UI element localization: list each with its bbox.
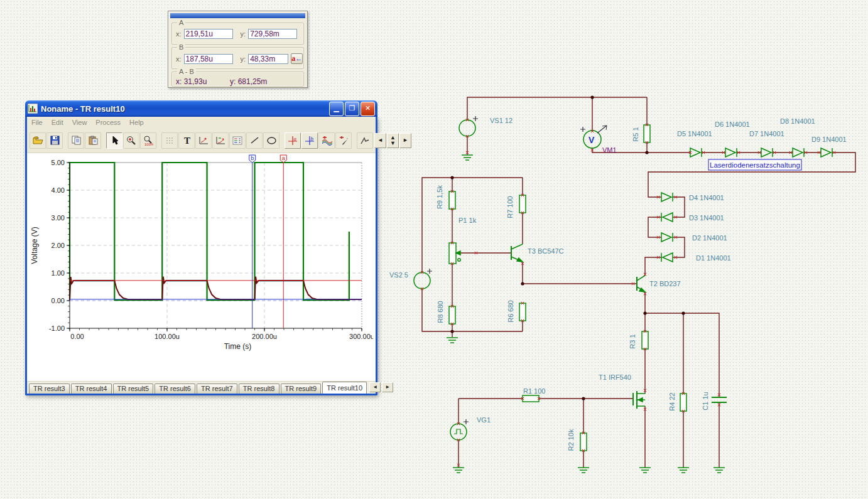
cursor-b-x-input[interactable] (184, 54, 233, 64)
cursor-a-x-input[interactable] (184, 29, 233, 39)
pen-icon (339, 136, 349, 146)
x-tick-label: 300.00u (349, 333, 373, 340)
x-tick-label: 200.00u (252, 333, 277, 340)
diode-d4 (661, 193, 673, 201)
ellipse-icon (266, 136, 277, 145)
y-tick-label: 1.00 (52, 269, 65, 277)
label-d8: D8 1N4001 (780, 117, 815, 125)
menu-process[interactable]: Process (91, 117, 125, 127)
x-tick-label: 0.00 (70, 333, 84, 340)
cursor-a-button[interactable]: a (285, 132, 301, 149)
tab-scroll-right-button[interactable]: ► (382, 382, 393, 392)
swap-cursor-button[interactable]: a← (291, 53, 303, 64)
diode-d6 (725, 148, 737, 157)
source-vs1 (459, 120, 475, 136)
menu-file[interactable]: File (27, 117, 47, 127)
label-d5: D5 1N4001 (677, 130, 712, 137)
tab-tr-result4[interactable]: TR result4 (71, 384, 112, 394)
tab-tr-result10[interactable]: TR result10 (322, 382, 367, 394)
cursor-b-icon: b (305, 136, 315, 146)
polarity-marks (427, 116, 607, 424)
pen-button[interactable] (335, 132, 352, 149)
zoom-out-button[interactable]: 100% (140, 132, 156, 149)
diode-d2 (661, 233, 673, 242)
line-button[interactable] (246, 132, 263, 149)
tab-tr-result8[interactable]: TR result8 (239, 384, 279, 394)
pointer-icon (111, 136, 119, 145)
x-label: x: (176, 55, 182, 63)
legend-button[interactable] (229, 132, 246, 149)
grid-button[interactable] (161, 132, 178, 149)
add-curve-button[interactable] (318, 132, 335, 149)
tab-scroll-left-button[interactable]: ◄ (369, 382, 381, 392)
y-label: y: (241, 30, 246, 38)
cursor-panel-titlebar[interactable] (170, 13, 305, 18)
waveform-plot[interactable]: 5.004.003.002.001.000.00-1.000.00100.00u… (28, 154, 373, 355)
minimize-button[interactable]: ▁ (329, 102, 344, 116)
label-t1: T1 IRF540 (599, 373, 631, 381)
cursor-a-y-input[interactable] (248, 29, 297, 39)
close-button[interactable]: ✕ (361, 102, 375, 116)
menu-help[interactable]: Help (125, 117, 148, 127)
corner-button[interactable] (357, 132, 373, 149)
menu-edit[interactable]: Edit (47, 117, 68, 127)
maximize-button[interactable]: ❐ (345, 102, 359, 116)
tab-tr-result3[interactable]: TR result3 (29, 384, 70, 394)
legend-icon (232, 136, 242, 145)
diagram-window[interactable]: Noname - TR result10 ▁ ❐ ✕ FileEditViewP… (25, 117, 377, 395)
axis-y-scale-button[interactable] (212, 132, 229, 149)
resistor-r5 (644, 125, 650, 142)
label-t3: T3 BC547C (528, 247, 564, 255)
corner-icon (360, 136, 370, 145)
resistor-r7 (519, 195, 526, 213)
nav-left-button[interactable]: ◄ (374, 133, 386, 148)
label-r7: R7 100 (506, 196, 514, 218)
source-vs2 (414, 272, 430, 289)
label-d9: D9 1N4001 (811, 136, 847, 143)
y-tick-label: 4.00 (52, 186, 65, 194)
cursor-a-group-label: A (177, 19, 185, 26)
x-tick-label: 100.00u (155, 333, 180, 340)
label-r8: R8 680 (437, 301, 444, 323)
diode-d7 (761, 148, 773, 157)
zoom-out-icon: 100% (143, 136, 153, 146)
pointer-button[interactable] (106, 132, 122, 149)
zoom-in-button[interactable] (123, 132, 139, 149)
transistor-t3 (511, 244, 523, 262)
nav-spin-button[interactable]: ▲▼ (387, 133, 399, 148)
cursor-ab-group-label: A - B (177, 68, 196, 75)
diode-d8 (793, 148, 804, 157)
paste-button[interactable] (85, 132, 101, 149)
pin-marks (421, 119, 835, 466)
label-r4: R4 22 (668, 392, 676, 410)
ellipse-button[interactable] (263, 132, 279, 149)
window-titlebar[interactable]: Noname - TR result10 ▁ ❐ ✕ (25, 100, 377, 117)
save-button[interactable] (46, 132, 63, 149)
tab-tr-result7[interactable]: TR result7 (197, 384, 237, 394)
x-label: x: (176, 30, 182, 38)
label-d6: D6 1N4001 (715, 121, 750, 128)
tab-tr-result5[interactable]: TR result5 (113, 384, 154, 394)
text-button[interactable]: T (178, 132, 195, 149)
nav-right-button[interactable]: ► (399, 133, 411, 148)
diode-d9 (821, 148, 832, 157)
tab-tr-result6[interactable]: TR result6 (155, 384, 195, 394)
label-laser: Laserdiodenersatzschaltung (710, 161, 800, 169)
tab-tr-result9[interactable]: TR result9 (281, 384, 322, 394)
resistor-r6 (519, 303, 526, 321)
cursor-b-button[interactable]: b (301, 132, 318, 149)
series-gate-square-wave[interactable] (70, 163, 349, 300)
cursor-value-panel[interactable]: A x: y: B x: y: a← A - B x: 31,93u y: 68… (168, 11, 308, 88)
cursor-b-y-input[interactable] (248, 54, 288, 64)
zoom-in-icon (126, 136, 136, 146)
copy-button[interactable] (68, 132, 84, 149)
potentiometer-p1 (449, 243, 456, 264)
open-button[interactable] (30, 132, 46, 149)
line-icon (250, 136, 259, 145)
label-vg1: VG1 (477, 416, 491, 424)
axis-x-scale-button[interactable] (195, 132, 212, 149)
label-vs2: VS2 5 (389, 271, 408, 279)
resistor-r1 (523, 395, 539, 402)
menu-view[interactable]: View (68, 117, 92, 127)
series-diode-current-trace[interactable] (70, 277, 362, 300)
